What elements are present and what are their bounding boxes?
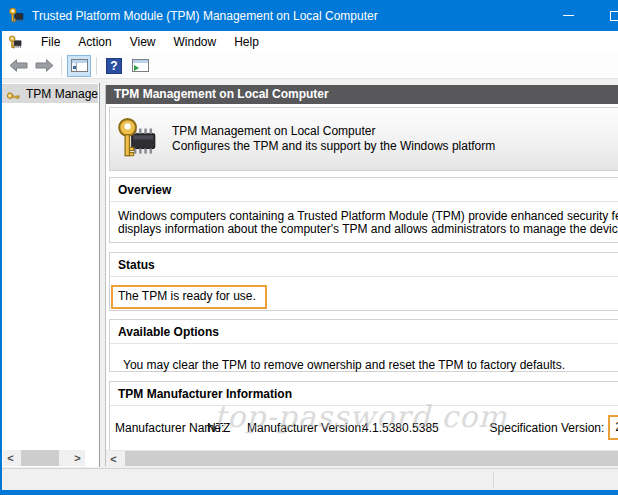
tpm-management-window: Trusted Platform Module (TPM) Management… [0, 0, 618, 495]
overview-text-line2: displays information about the computer'… [118, 223, 618, 236]
scroll-left-button[interactable]: < [3, 450, 18, 466]
menu-action[interactable]: Action [69, 32, 120, 52]
main-pane-header: TPM Management on Local Computer [106, 85, 618, 104]
forward-arrow-icon [35, 59, 54, 72]
manufacturer-name-value: NTZ [207, 421, 247, 435]
section-overview: Overview Windows computers containing a … [109, 177, 618, 243]
toolbar-separator [61, 57, 62, 75]
scrollbar-track[interactable] [59, 450, 70, 466]
banner-title: TPM Management on Local Computer [172, 124, 495, 139]
window-bottom-border [0, 490, 618, 495]
help-icon: ? [106, 58, 122, 74]
help-button[interactable]: ? [102, 55, 126, 77]
menu-view[interactable]: View [121, 32, 165, 52]
manufacturer-version-label: Manufacturer Version: [247, 421, 362, 435]
maximize-icon [610, 11, 618, 21]
section-available-options: Available Options You may clear the TPM … [109, 319, 618, 372]
back-button[interactable] [6, 55, 30, 77]
tpm-key-chip-icon [8, 7, 25, 24]
scrollbar-thumb[interactable] [21, 450, 59, 466]
scroll-left-button[interactable]: < [106, 451, 121, 466]
tpm-key-chip-icon-small [8, 35, 23, 50]
toolbar: ? [2, 53, 618, 79]
available-options-heading: Available Options [110, 320, 618, 344]
status-message: The TPM is ready for use. [118, 289, 256, 303]
specification-version-annotation-box: 2.0 [608, 415, 618, 440]
manufacturer-heading: TPM Manufacturer Information [110, 382, 618, 406]
manufacturer-name-label: Manufacturer Name: [115, 421, 207, 435]
banner: TPM Management on Local Computer Configu… [109, 107, 618, 171]
overview-heading: Overview [110, 178, 618, 202]
specification-version-label: Specification Version: [490, 421, 609, 435]
tree-item-tpm-management[interactable]: TPM Manage [2, 84, 98, 103]
status-heading: Status [110, 253, 618, 277]
tree-pane-horizontal-scrollbar[interactable]: < > [3, 450, 85, 466]
scroll-right-button[interactable]: > [70, 450, 85, 466]
manufacturer-version-value: 4.1.5380.5385 [362, 421, 457, 435]
menu-file[interactable]: File [32, 32, 69, 52]
back-arrow-icon [9, 59, 28, 72]
available-options-text: You may clear the TPM to remove ownershi… [110, 344, 618, 372]
section-tpm-manufacturer-information: TPM Manufacturer Information Manufacture… [109, 381, 618, 450]
main-pane-horizontal-scrollbar[interactable]: < [106, 450, 618, 466]
status-bar [2, 468, 618, 490]
maximize-button[interactable] [605, 0, 618, 31]
action-pane-icon [132, 59, 149, 72]
tpm-key-chip-banner-icon [116, 116, 158, 162]
main-pane: TPM Management on Local Computer [105, 85, 618, 466]
overview-text-line1: Windows computers containing a Trusted P… [118, 210, 618, 223]
tree-item-label: TPM Manage [26, 87, 98, 101]
title-bar: Trusted Platform Module (TPM) Management… [0, 0, 618, 31]
minimize-icon [563, 15, 574, 16]
status-message-annotation-box: The TPM is ready for use. [111, 285, 267, 309]
window-title: Trusted Platform Module (TPM) Management… [32, 9, 378, 23]
show-action-pane-button[interactable] [128, 55, 152, 77]
main-content: TPM Management on Local Computer Configu… [106, 106, 618, 450]
console-tree-pane: TPM Manage < > [2, 83, 100, 467]
tpm-key-icon [7, 86, 22, 101]
show-console-tree-button[interactable] [67, 55, 91, 77]
minimize-button[interactable] [548, 0, 588, 31]
scrollbar-thumb[interactable] [125, 451, 618, 466]
status-bar-separator [493, 471, 494, 488]
forward-button[interactable] [32, 55, 56, 77]
help-glyph: ? [110, 59, 117, 73]
menu-help[interactable]: Help [225, 32, 268, 52]
window-left-border [0, 31, 2, 495]
section-status: Status The TPM is ready for use. [109, 252, 618, 311]
menu-bar: File Action View Window Help [2, 31, 618, 53]
toolbar-separator [96, 57, 97, 75]
menu-window[interactable]: Window [165, 32, 226, 52]
console-tree-icon [71, 59, 88, 72]
banner-subtitle: Configures the TPM and its support by th… [172, 139, 495, 154]
manufacturer-info-row: Manufacturer Name: NTZ Manufacturer Vers… [110, 415, 618, 440]
